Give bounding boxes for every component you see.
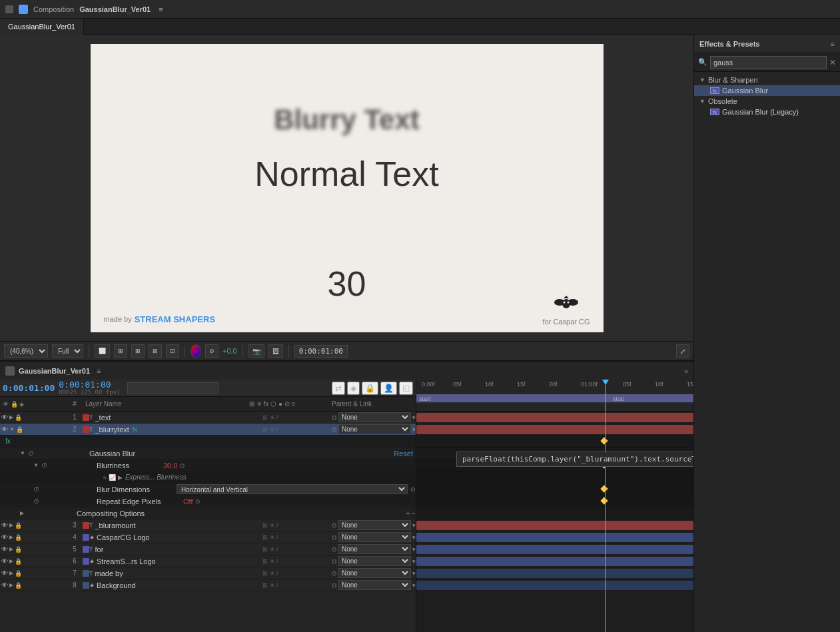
expand-1[interactable]: ▶ [9,414,13,420]
layer-solo-btn[interactable]: ◈ [347,382,360,395]
effect-reset-btn[interactable]: Reset [391,450,416,458]
title-menu-icon[interactable]: ≡ [159,5,163,13]
parent-select-2[interactable]: None [338,424,411,434]
timeline-expand-btn[interactable]: » [684,367,688,375]
lock-1[interactable]: 🔒 [15,414,22,421]
lock-2[interactable]: 🔒 [16,426,23,433]
snapshot-btn[interactable]: 📷 [248,344,264,358]
effect-vis[interactable]: ⏱ [28,450,34,457]
vis-icon-4[interactable]: 👁 [1,533,8,541]
guides-btn[interactable]: ⊞ [149,344,162,358]
effect-item-gaussian-blur[interactable]: fx Gaussian Blur [694,85,840,96]
comp-opt-expand[interactable]: ▶ [20,510,24,516]
vis-icon-3[interactable]: 👁 [1,521,8,529]
layer-row-1[interactable]: 👁 ▶ 🔒 1 T _text ⊞ ✳ / [0,412,416,424]
keyframe-dim-1[interactable] [600,485,608,492]
vis-icon-5[interactable]: 👁 [1,545,8,553]
playhead[interactable] [605,380,606,411]
layer-row-2[interactable]: 👁 ▼ 🔒 2 T _blurrytext fx ⊞ ✳ / [0,424,416,436]
layer-lock-btn[interactable]: 🔒 [362,382,378,395]
expr-icon-play[interactable]: ▶ [118,474,123,481]
effects-search-input[interactable] [710,56,827,69]
layer-shy-btn[interactable]: 👤 [380,382,397,395]
timeline-menu-icon[interactable]: ≡ [97,367,101,375]
layer-row-7[interactable]: 👁 ▶ 🔒 7 T made by ⊞ ✳ / [0,567,416,579]
fullscreen-btn[interactable]: ⤢ [676,344,689,358]
expr-icon-wave[interactable]: ≈ [103,474,107,481]
expand-6[interactable]: ▶ [9,558,13,564]
tab-gaussianblur[interactable]: GaussianBlur_Ver01 [0,19,84,35]
keyframe-1[interactable] [600,437,608,444]
parent-select-8[interactable]: None [338,580,411,590]
parent-select-3[interactable]: None [338,520,411,530]
row-6-num: 6 [67,557,83,565]
blur-dim-link[interactable]: ⊙ [408,486,416,493]
grid-btn[interactable]: ⊞ [131,344,145,358]
layer-framemix-btn[interactable]: ◱ [399,382,413,395]
vis-icon-2[interactable]: 👁 [1,426,8,433]
layer-row-4[interactable]: 👁 ▶ 🔒 4 ★ CasparCG Logo ⊞ ✳ / [0,531,416,543]
lock-4[interactable]: 🔒 [15,534,22,541]
vis-icon-1[interactable]: 👁 [1,414,8,421]
lock-7[interactable]: 🔒 [15,570,22,577]
region-of-interest-btn[interactable]: ⬜ [95,344,110,358]
repeat-edge-value[interactable]: Off [183,497,193,505]
effects-menu-icon[interactable]: ≡ [831,40,835,48]
parent-select-5[interactable]: None [338,544,411,554]
vis-icon-7[interactable]: 👁 [1,569,8,577]
layer-row-6[interactable]: 👁 ▶ 🔒 6 ★ StreamS...rs Logo ⊞ ✳ / [0,555,416,567]
prop-name-blurriness: Blurriness [97,462,163,470]
channel-btn[interactable]: ⊙ [205,344,218,358]
vis-icon-6[interactable]: 👁 [1,557,8,565]
work-area-bar[interactable] [416,394,693,402]
rulers-btn[interactable]: ⊡ [166,344,179,358]
parent-select-6[interactable]: None [338,556,411,566]
quality-select[interactable]: Full [52,344,83,358]
expand-4[interactable]: ▶ [9,534,13,540]
expand-7[interactable]: ▶ [9,570,13,576]
stopwatch-repeat[interactable]: ⏱ [33,498,39,505]
parent-select-7[interactable]: None [338,568,411,578]
expand-2[interactable]: ▼ [9,426,15,432]
zoom-select[interactable]: (40,6%) [4,344,48,358]
col-name-header: Layer Name [83,400,249,408]
keyframe-repeat-1[interactable] [600,497,608,504]
stopwatch-blur-dim[interactable]: ⏱ [33,486,39,493]
lock-3[interactable]: 🔒 [15,522,22,529]
prop-anim-icon[interactable]: ⊙ [180,462,185,469]
layer-row-5[interactable]: 👁 ▶ 🔒 5 T for ⊞ ✳ / [0,543,416,555]
effect-expand[interactable]: ▼ [20,450,25,456]
parent-select-4[interactable]: None [338,532,411,542]
category-blur-sharpen[interactable]: ▼ Blur & Sharpen [694,75,840,85]
stopwatch-blurriness[interactable]: ⏱ [41,462,47,469]
prop-value-blurriness[interactable]: 30.0 [163,462,177,470]
vis-icon-8[interactable]: 👁 [1,581,8,589]
lock-5[interactable]: 🔒 [15,546,22,553]
expand-3[interactable]: ▶ [9,522,13,528]
layer-row-3[interactable]: 👁 ▶ 🔒 3 T _bluramount ⊞ ✳ / [0,519,416,531]
layer-search-input[interactable] [127,382,218,394]
expand-5[interactable]: ▶ [9,546,13,552]
expand-8[interactable]: ▶ [9,582,13,588]
effect-item-gaussian-blur-legacy[interactable]: fx Gaussian Blur (Legacy) [694,107,840,117]
timecode-main[interactable]: 0:00:01:00 [3,383,55,393]
layer-row-8[interactable]: 👁 ▶ 🔒 8 ★ Background ⊞ ✳ / [0,579,416,591]
row-4-options: ⊞ ✳ / [262,534,329,541]
transparency-btn[interactable]: ⊞ [114,344,127,358]
parent-select-1[interactable]: None [338,412,411,422]
timeline-ruler[interactable]: 0:00f 05f 10f 15f 20f 01:00f 05f 10f 15f… [416,380,693,412]
effects-search-clear[interactable]: ✕ [829,58,836,67]
category-obsolete[interactable]: ▼ Obsolete [694,96,840,107]
expr-icon-graph[interactable]: 📈 [109,474,116,481]
layer-switch-btn[interactable]: ⇄ [332,382,345,395]
timecode-display[interactable]: 0:00:01:00 [294,345,348,358]
repeat-link[interactable]: ⊙ [193,498,201,505]
comp-opt-remove[interactable]: − [412,509,416,517]
lock-6[interactable]: 🔒 [15,558,22,565]
lock-8[interactable]: 🔒 [15,582,22,589]
show-snapshot-btn[interactable]: 🖼 [268,344,283,358]
comp-opt-add[interactable]: + [406,509,410,517]
blur-dim-select[interactable]: Horizontal and Vertical [177,484,408,494]
prop-expand-blurriness[interactable]: ▼ [33,462,39,468]
color-circle-btn[interactable] [191,344,201,358]
